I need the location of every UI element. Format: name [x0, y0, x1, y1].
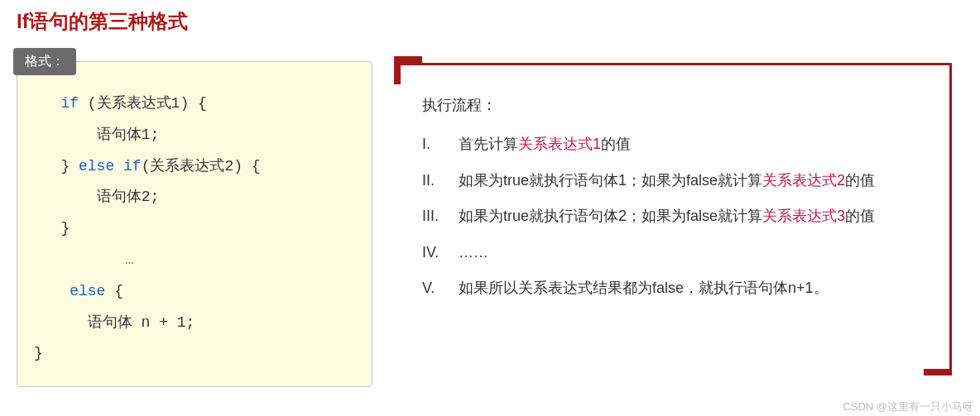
roman-numeral: I.: [422, 127, 459, 161]
kw-if: if: [60, 95, 79, 112]
code-close-else: }: [60, 158, 79, 175]
flow-panel: 执行流程： I.首先计算关系表达式1的值II.如果为true就执行语句体1；如果…: [394, 56, 952, 375]
roman-numeral: V.: [422, 271, 459, 305]
roman-numeral: II.: [422, 164, 459, 198]
flow-item: V.如果所以关系表达式结果都为false，就执行语句体n+1。: [422, 271, 933, 305]
flow-item: III.如果为true就执行语句体2；如果为false就计算关系表达式3的值: [422, 199, 933, 233]
code-body1: 语句体1;: [97, 127, 160, 143]
roman-numeral: III.: [422, 199, 459, 233]
code-box: if (关系表达式1) { 语句体1; } else if(关系表达式2) { …: [17, 61, 372, 387]
flow-box: 执行流程： I.首先计算关系表达式1的值II.如果为true就执行语句体1；如果…: [401, 63, 952, 369]
plain-text: 的值: [845, 208, 875, 224]
flow-item: I.首先计算关系表达式1的值: [422, 127, 933, 161]
code-open2: (关系表达式2) {: [142, 158, 261, 175]
code-open1: (关系表达式1) {: [79, 95, 207, 112]
roman-numeral: IV.: [422, 236, 459, 270]
highlight-text: 关系表达式2: [762, 172, 845, 189]
code-open3: {: [105, 283, 123, 299]
plain-text: 首先计算: [459, 136, 518, 152]
highlight-text: 关系表达式3: [762, 208, 845, 224]
flow-item: IV.……: [422, 236, 933, 270]
flow-text: 首先计算关系表达式1的值: [459, 127, 933, 161]
flow-text: ……: [459, 236, 933, 270]
kw-else2: else: [70, 283, 105, 299]
flow-heading: 执行流程：: [422, 88, 933, 122]
code-ellipsis: …: [34, 245, 355, 276]
watermark-text: CSDN @这里有一只小马呀: [843, 399, 973, 414]
plain-text: 如果所以关系表达式结果都为false，就执行语句体n+1。: [459, 280, 829, 296]
plain-text: 的值: [601, 136, 631, 152]
code-bodyN: 语句体 n + 1;: [88, 314, 195, 331]
page-title: If语句的第三种格式: [17, 8, 963, 35]
content-wrap: 格式： if (关系表达式1) { 语句体1; } else if(关系表达式2…: [17, 51, 963, 387]
flow-text: 如果所以关系表达式结果都为false，就执行语句体n+1。: [459, 271, 933, 305]
code-close3: }: [34, 345, 43, 361]
highlight-text: 关系表达式1: [518, 136, 601, 152]
format-tag: 格式：: [13, 48, 76, 75]
code-body2: 语句体2;: [97, 189, 160, 205]
plain-text: 如果为true就执行语句体2；如果为false就计算: [459, 208, 762, 224]
flow-item: II.如果为true就执行语句体1；如果为false就计算关系表达式2的值: [422, 164, 933, 198]
plain-text: ……: [459, 244, 488, 261]
plain-text: 的值: [845, 172, 875, 189]
flow-text: 如果为true就执行语句体2；如果为false就计算关系表达式3的值: [459, 199, 933, 233]
flow-list: I.首先计算关系表达式1的值II.如果为true就执行语句体1；如果为false…: [422, 127, 933, 305]
code-close2: }: [60, 220, 70, 237]
flow-text: 如果为true就执行语句体1；如果为false就计算关系表达式2的值: [459, 164, 933, 198]
code-panel: 格式： if (关系表达式1) { 语句体1; } else if(关系表达式2…: [17, 51, 372, 387]
kw-else: else: [79, 158, 114, 175]
kw-if2: if: [114, 158, 141, 175]
plain-text: 如果为true就执行语句体1；如果为false就计算: [459, 172, 762, 189]
